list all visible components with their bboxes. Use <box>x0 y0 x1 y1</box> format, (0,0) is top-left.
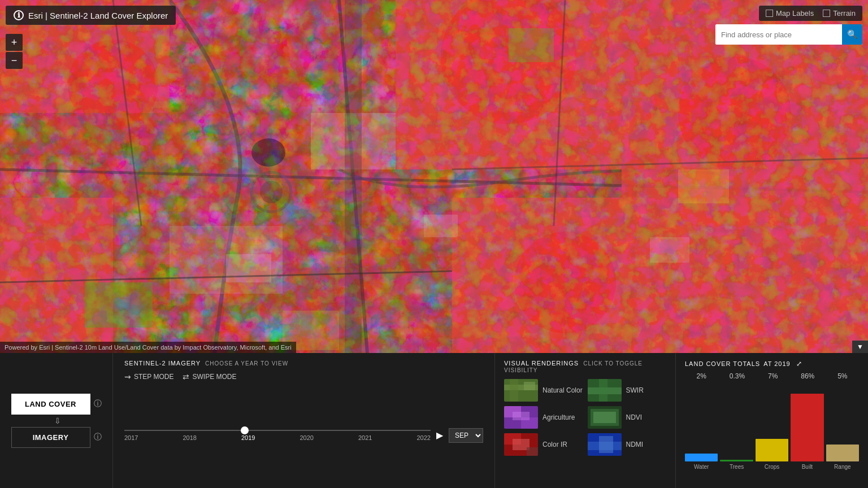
rendering-label-natural-color: Natural Color <box>542 386 583 394</box>
timeline-track-container[interactable] <box>124 430 431 431</box>
percent-row: 2% 0.3% 7% 86% 5% <box>685 372 859 380</box>
download-icon[interactable]: ⇩ <box>54 416 61 425</box>
step-mode-label: STEP MODE <box>134 373 173 381</box>
svg-rect-37 <box>599 379 607 402</box>
sentinel-panel: SENTINEL-2 IMAGERY CHOOSE A YEAR TO VIEW… <box>113 353 495 488</box>
swipe-mode-button[interactable]: ⇄ SWIPE MODE <box>183 372 236 381</box>
map-labels-option[interactable]: Map Labels <box>766 9 814 18</box>
renderings-section-title: VISUAL RENDERINGS CLICK TO TOGGLE VISIBI… <box>504 360 666 373</box>
play-button[interactable]: ▶ <box>436 430 443 441</box>
bar-label-water: Water <box>694 464 709 470</box>
rendering-thumb-swir <box>588 379 622 402</box>
timeline-container: 2017 2018 2019 2020 2021 2022 ▶ SEP JAN … <box>124 389 483 481</box>
bar-crops[interactable]: Crops <box>756 439 788 470</box>
rendering-thumb-color-ir <box>504 433 538 456</box>
pct-range: 5% <box>837 372 847 380</box>
search-button[interactable]: 🔍 <box>842 24 862 45</box>
rendering-agriculture[interactable]: Agriculture <box>504 406 583 429</box>
rendering-color-ir[interactable]: Color IR <box>504 433 583 456</box>
bar-label-built: Built <box>802 464 813 470</box>
land-cover-info-icon[interactable]: ⓘ <box>94 399 102 409</box>
map-labels-checkbox[interactable] <box>766 10 773 17</box>
top-bar: ℹ Esri | Sentinel-2 Land Cover Explorer <box>6 6 176 25</box>
renderings-panel: VISUAL RENDERINGS CLICK TO TOGGLE VISIBI… <box>495 353 676 488</box>
svg-rect-51 <box>599 436 613 453</box>
step-mode-button[interactable]: ⇝ STEP MODE <box>124 372 173 381</box>
swipe-mode-icon: ⇄ <box>183 372 189 381</box>
search-input[interactable] <box>715 26 842 43</box>
bar-label-crops: Crops <box>765 464 780 470</box>
sentinel-section-title: SENTINEL-2 IMAGERY CHOOSE A YEAR TO VIEW <box>124 360 483 367</box>
totals-header: LAND COVER TOTALS AT 2019 ⤢ <box>685 360 859 368</box>
year-2021[interactable]: 2021 <box>358 434 372 441</box>
imagery-info-icon[interactable]: ⓘ <box>94 432 102 442</box>
bar-water[interactable]: Water <box>685 454 718 470</box>
rendering-thumb-ndmi <box>588 433 622 456</box>
map-background <box>0 0 868 353</box>
terrain-checkbox[interactable] <box>823 10 830 17</box>
rendering-natural-color[interactable]: Natural Color <box>504 379 583 402</box>
rendering-thumb-ndvi <box>588 406 622 429</box>
rendering-label-ndmi: NDMI <box>626 441 644 448</box>
imagery-button[interactable]: IMAGERY <box>11 427 90 448</box>
svg-rect-41 <box>513 412 530 420</box>
svg-rect-26 <box>678 169 729 203</box>
land-cover-button[interactable]: LAND COVER <box>11 394 90 415</box>
rendering-label-agriculture: Agriculture <box>542 413 575 421</box>
pct-water: 2% <box>696 372 706 380</box>
svg-rect-24 <box>509 28 554 62</box>
collapse-button[interactable]: ▼ <box>852 341 868 353</box>
svg-rect-44 <box>593 412 616 423</box>
svg-rect-34 <box>524 382 535 390</box>
totals-panel: LAND COVER TOTALS AT 2019 ⤢ 2% 0.3% 7% 8… <box>676 353 868 488</box>
rendering-swir[interactable]: SWIR <box>588 379 667 402</box>
totals-title: LAND COVER TOTALS <box>685 360 760 367</box>
year-2017[interactable]: 2017 <box>124 434 138 441</box>
svg-rect-33 <box>510 379 518 402</box>
rendering-label-ndvi: NDVI <box>626 413 643 421</box>
left-panel: LAND COVER ⓘ ⇩ IMAGERY ⓘ <box>0 353 113 488</box>
land-cover-row: LAND COVER ⓘ <box>11 394 102 415</box>
month-select[interactable]: SEP JAN FEB MAR APR MAY JUN JUL AUG OCT … <box>449 428 483 443</box>
timeline-track <box>124 430 431 431</box>
rendering-ndvi[interactable]: NDVI <box>588 406 667 429</box>
search-icon: 🔍 <box>847 29 858 40</box>
map-container[interactable] <box>0 0 868 353</box>
svg-rect-48 <box>527 447 538 456</box>
imagery-row: IMAGERY ⓘ <box>11 427 102 448</box>
zoom-out-button[interactable]: − <box>6 52 23 69</box>
map-options: Map Labels Terrain <box>759 6 862 21</box>
svg-rect-23 <box>85 282 153 328</box>
attribution-text: Powered by Esri | Sentinel-2 10m Land Us… <box>5 344 292 351</box>
pct-trees: 0.3% <box>730 372 745 380</box>
info-icon[interactable]: ℹ <box>14 10 24 20</box>
rendering-thumb-natural-color <box>504 379 538 402</box>
year-timeline-wrapper: 2017 2018 2019 2020 2021 2022 <box>124 430 431 441</box>
rendering-ndmi[interactable]: NDMI <box>588 433 667 456</box>
bar-label-trees: Trees <box>730 464 744 470</box>
bar-trees[interactable]: Trees <box>720 460 753 470</box>
year-2020[interactable]: 2020 <box>300 434 314 441</box>
app-title: ℹ Esri | Sentinel-2 Land Cover Explorer <box>6 6 176 25</box>
rendering-label-color-ir: Color IR <box>542 441 567 448</box>
year-2018[interactable]: 2018 <box>183 434 197 441</box>
renderings-grid: Natural Color SWIR <box>504 379 666 456</box>
bar-built[interactable]: Built <box>791 394 823 470</box>
timeline-thumb[interactable] <box>241 426 249 434</box>
pct-crops: 7% <box>768 372 778 380</box>
step-mode-icon: ⇝ <box>124 372 131 381</box>
totals-year: AT 2019 <box>763 360 791 367</box>
attribution: Powered by Esri | Sentinel-2 10m Land Us… <box>0 342 296 353</box>
zoom-in-button[interactable]: + <box>6 34 23 51</box>
bar-range[interactable]: Range <box>826 445 859 470</box>
year-labels: 2017 2018 2019 2020 2021 2022 <box>124 434 431 441</box>
year-2022[interactable]: 2022 <box>417 434 431 441</box>
terrain-option[interactable]: Terrain <box>823 9 856 18</box>
expand-icon[interactable]: ⤢ <box>796 360 802 368</box>
bar-chart: Water Trees Crops Built Range <box>685 385 859 481</box>
app-title-text: Esri | Sentinel-2 Land Cover Explorer <box>28 11 168 20</box>
terrain-text: Terrain <box>833 9 856 18</box>
year-2019[interactable]: 2019 <box>241 434 255 441</box>
zoom-controls: + − <box>6 34 23 69</box>
search-bar: 🔍 <box>715 24 862 45</box>
